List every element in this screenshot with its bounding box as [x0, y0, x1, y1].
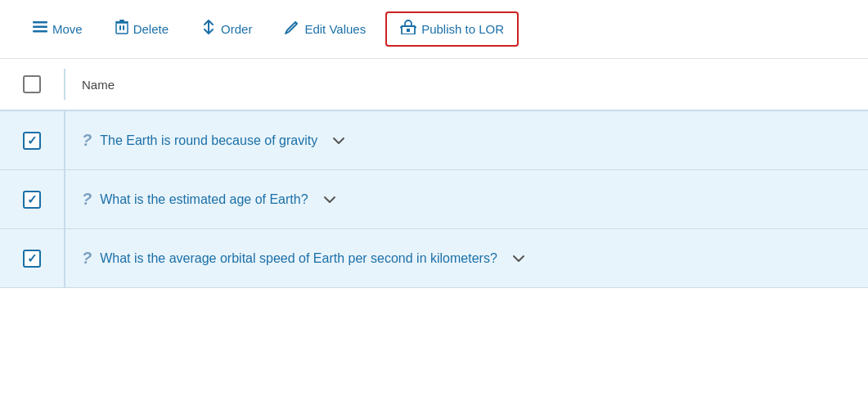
row3-checkbox-col: [0, 229, 65, 287]
publish-icon: [400, 20, 416, 38]
svg-rect-6: [119, 25, 121, 30]
row2-checkbox-col: [0, 170, 65, 228]
table-row: ? What is the average orbital speed of E…: [0, 229, 868, 288]
edit-values-label: Edit Values: [304, 22, 366, 36]
table-row: ? The Earth is round because of gravity: [0, 111, 868, 170]
order-label: Order: [221, 22, 252, 36]
delete-button[interactable]: Delete: [102, 13, 182, 45]
edit-icon: [285, 20, 299, 38]
row1-checkbox-col: [0, 111, 65, 169]
svg-rect-1: [33, 26, 47, 29]
select-all-checkbox[interactable]: [23, 75, 41, 93]
table-row: ? What is the estimated age of Earth?: [0, 170, 868, 229]
row2-checkbox[interactable]: [23, 191, 41, 209]
order-button[interactable]: Order: [188, 13, 265, 45]
header-checkbox-col: [0, 69, 65, 100]
row3-chevron-icon[interactable]: [512, 252, 525, 265]
move-button[interactable]: Move: [20, 13, 96, 45]
row2-question-text: What is the estimated age of Earth?: [100, 192, 308, 207]
row1-content: ? The Earth is round because of gravity: [65, 118, 868, 163]
toolbar: Move Delete Order Edit: [0, 0, 868, 59]
row2-content: ? What is the estimated age of Earth?: [65, 177, 868, 222]
publish-lor-label: Publish to LOR: [421, 22, 504, 36]
edit-values-button[interactable]: Edit Values: [272, 13, 379, 45]
questions-table: Name ? The Earth is round because of gra…: [0, 59, 868, 288]
delete-label: Delete: [133, 22, 169, 36]
svg-rect-3: [116, 23, 128, 34]
order-icon: [201, 20, 216, 38]
svg-rect-7: [123, 25, 124, 30]
row3-question-text: What is the average orbital speed of Ear…: [100, 251, 497, 266]
row1-checkbox[interactable]: [23, 132, 41, 150]
move-label: Move: [52, 22, 83, 36]
publish-lor-button[interactable]: Publish to LOR: [385, 11, 519, 47]
svg-rect-5: [119, 20, 124, 21]
header-name-col: Name: [65, 71, 868, 98]
name-column-label: Name: [82, 78, 115, 92]
table-header: Name: [0, 59, 868, 111]
question-mark-icon: ?: [82, 249, 92, 268]
delete-icon: [115, 20, 128, 38]
move-icon: [33, 20, 47, 38]
row2-chevron-icon[interactable]: [323, 193, 336, 206]
svg-rect-2: [33, 30, 47, 33]
row3-content: ? What is the average orbital speed of E…: [65, 236, 868, 281]
svg-rect-0: [33, 21, 47, 24]
row1-question-text: The Earth is round because of gravity: [100, 133, 317, 148]
row1-chevron-icon[interactable]: [332, 134, 345, 147]
question-mark-icon: ?: [82, 131, 92, 150]
question-mark-icon: ?: [82, 190, 92, 209]
row3-checkbox[interactable]: [23, 250, 41, 268]
svg-rect-4: [115, 21, 128, 23]
svg-rect-9: [407, 29, 410, 32]
